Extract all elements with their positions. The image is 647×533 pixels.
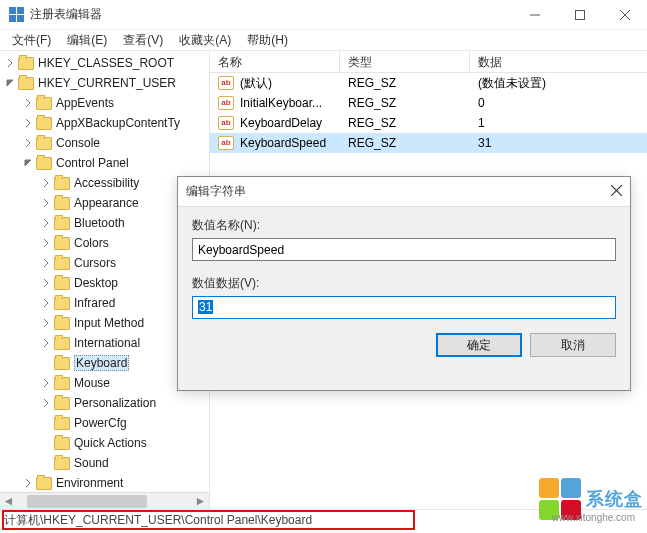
folder-icon bbox=[54, 197, 70, 210]
value-name-label: 数值名称(N): bbox=[192, 217, 616, 234]
folder-icon bbox=[54, 357, 70, 370]
tree-node-label: Accessibility bbox=[74, 176, 139, 190]
tree-node[interactable]: Environment bbox=[0, 473, 209, 493]
value-name-input[interactable] bbox=[192, 238, 616, 261]
chevron-right-icon[interactable] bbox=[40, 377, 52, 389]
chevron-right-icon[interactable] bbox=[40, 217, 52, 229]
tree-node[interactable]: Personalization bbox=[0, 393, 209, 413]
chevron-right-icon[interactable] bbox=[22, 137, 34, 149]
minimize-button[interactable] bbox=[512, 0, 557, 30]
tree-node[interactable]: Quick Actions bbox=[0, 433, 209, 453]
value-name: (默认) bbox=[240, 75, 272, 92]
statusbar: 计算机\HKEY_CURRENT_USER\Control Panel\Keyb… bbox=[0, 509, 647, 531]
folder-icon bbox=[54, 297, 70, 310]
tree-node-label: Infrared bbox=[74, 296, 115, 310]
col-type[interactable]: 类型 bbox=[340, 51, 470, 72]
folder-icon bbox=[54, 217, 70, 230]
chevron-right-icon[interactable] bbox=[40, 337, 52, 349]
menu-favorites[interactable]: 收藏夹(A) bbox=[171, 30, 239, 51]
chevron-right-icon[interactable] bbox=[40, 257, 52, 269]
tree-node-label: Environment bbox=[56, 476, 123, 490]
list-row[interactable]: abInitialKeyboar...REG_SZ0 bbox=[210, 93, 647, 113]
chevron-right-icon[interactable] bbox=[22, 117, 34, 129]
tree-node[interactable]: AppEvents bbox=[0, 93, 209, 113]
tree-node-hkcr[interactable]: HKEY_CLASSES_ROOT bbox=[0, 53, 209, 73]
tree-node[interactable]: AppXBackupContentTy bbox=[0, 113, 209, 133]
chevron-right-icon[interactable] bbox=[22, 97, 34, 109]
value-type: REG_SZ bbox=[348, 96, 396, 110]
col-name[interactable]: 名称 bbox=[210, 51, 340, 72]
menu-edit[interactable]: 编辑(E) bbox=[59, 30, 115, 51]
scroll-right-icon[interactable]: ► bbox=[192, 493, 209, 510]
folder-icon bbox=[18, 57, 34, 70]
chevron-down-icon[interactable] bbox=[22, 157, 34, 169]
list-header: 名称 类型 数据 bbox=[210, 51, 647, 73]
menu-help[interactable]: 帮助(H) bbox=[239, 30, 296, 51]
value-data: 1 bbox=[478, 116, 485, 130]
col-data[interactable]: 数据 bbox=[470, 51, 647, 72]
tree-node-label: AppXBackupContentTy bbox=[56, 116, 180, 130]
edit-string-dialog: 编辑字符串 数值名称(N): 数值数据(V): 31 确定 取消 bbox=[177, 176, 631, 391]
maximize-button[interactable] bbox=[557, 0, 602, 30]
tree-node-label: Personalization bbox=[74, 396, 156, 410]
chevron-right-icon[interactable] bbox=[40, 277, 52, 289]
tree-node-label: Colors bbox=[74, 236, 109, 250]
tree-node-label: International bbox=[74, 336, 140, 350]
chevron-right-icon[interactable] bbox=[40, 457, 52, 469]
folder-icon bbox=[54, 457, 70, 470]
tree-node-label: Appearance bbox=[74, 196, 139, 210]
close-button[interactable] bbox=[602, 0, 647, 30]
cancel-button[interactable]: 取消 bbox=[530, 333, 616, 357]
scroll-left-icon[interactable]: ◄ bbox=[0, 493, 17, 510]
folder-icon bbox=[54, 317, 70, 330]
tree-node-label: Control Panel bbox=[56, 156, 129, 170]
chevron-right-icon[interactable] bbox=[22, 477, 34, 489]
menu-file[interactable]: 文件(F) bbox=[4, 30, 59, 51]
folder-icon bbox=[36, 117, 52, 130]
value-data-selection: 31 bbox=[198, 300, 213, 314]
chevron-right-icon[interactable] bbox=[40, 397, 52, 409]
tree-node-label: Bluetooth bbox=[74, 216, 125, 230]
chevron-right-icon[interactable] bbox=[40, 357, 52, 369]
list-row[interactable]: abKeyboardSpeedREG_SZ31 bbox=[210, 133, 647, 153]
chevron-right-icon[interactable] bbox=[40, 297, 52, 309]
folder-icon bbox=[54, 277, 70, 290]
chevron-right-icon[interactable] bbox=[40, 437, 52, 449]
horizontal-scrollbar[interactable]: ◄ ► bbox=[0, 492, 209, 509]
chevron-right-icon[interactable] bbox=[4, 57, 16, 69]
list-row[interactable]: ab(默认)REG_SZ(数值未设置) bbox=[210, 73, 647, 93]
dialog-title: 编辑字符串 bbox=[186, 183, 592, 200]
chevron-right-icon[interactable] bbox=[40, 177, 52, 189]
tree-node-label: PowerCfg bbox=[74, 416, 127, 430]
folder-icon bbox=[54, 237, 70, 250]
folder-icon bbox=[54, 177, 70, 190]
chevron-right-icon[interactable] bbox=[40, 317, 52, 329]
tree-node-hkcu[interactable]: HKEY_CURRENT_USER bbox=[0, 73, 209, 93]
tree-node[interactable]: Sound bbox=[0, 453, 209, 473]
chevron-right-icon[interactable] bbox=[40, 417, 52, 429]
string-value-icon: ab bbox=[218, 116, 234, 130]
value-data: 0 bbox=[478, 96, 485, 110]
scrollbar-thumb[interactable] bbox=[27, 495, 147, 508]
value-type: REG_SZ bbox=[348, 76, 396, 90]
menu-view[interactable]: 查看(V) bbox=[115, 30, 171, 51]
tree-node-label: Sound bbox=[74, 456, 109, 470]
folder-icon bbox=[54, 337, 70, 350]
value-data-input[interactable]: 31 bbox=[192, 296, 616, 319]
tree-node-label: Desktop bbox=[74, 276, 118, 290]
list-row[interactable]: abKeyboardDelayREG_SZ1 bbox=[210, 113, 647, 133]
ok-button[interactable]: 确定 bbox=[436, 333, 522, 357]
tree-node-label: AppEvents bbox=[56, 96, 114, 110]
tree-node-label: Input Method bbox=[74, 316, 144, 330]
tree-node[interactable]: Control Panel bbox=[0, 153, 209, 173]
tree-node[interactable]: Console bbox=[0, 133, 209, 153]
folder-icon bbox=[36, 97, 52, 110]
dialog-close-button[interactable] bbox=[592, 185, 622, 199]
chevron-down-icon[interactable] bbox=[4, 77, 16, 89]
value-data-label: 数值数据(V): bbox=[192, 275, 616, 292]
folder-icon bbox=[54, 257, 70, 270]
tree-node[interactable]: PowerCfg bbox=[0, 413, 209, 433]
chevron-right-icon[interactable] bbox=[40, 237, 52, 249]
value-data: (数值未设置) bbox=[478, 75, 546, 92]
chevron-right-icon[interactable] bbox=[40, 197, 52, 209]
